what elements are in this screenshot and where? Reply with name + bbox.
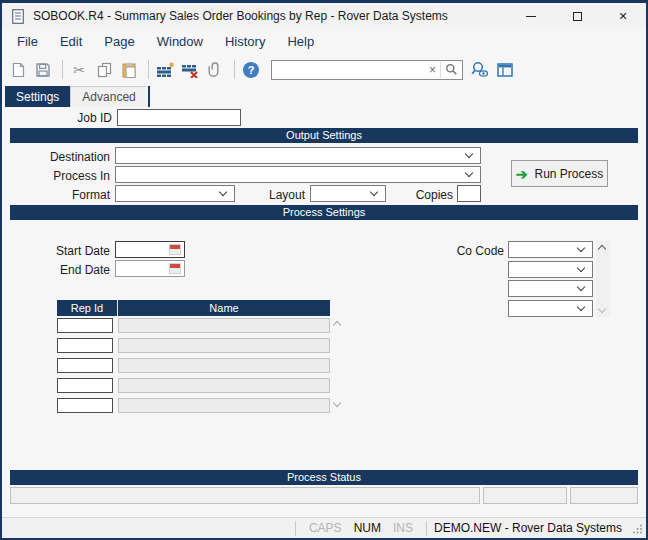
scroll-up-icon[interactable] [598, 245, 606, 253]
copies-input[interactable] [458, 186, 480, 201]
close-button[interactable]: × [600, 3, 646, 29]
menu-edit[interactable]: Edit [49, 29, 93, 55]
calendar-icon[interactable] [169, 244, 181, 255]
chevron-down-icon [465, 150, 473, 158]
menu-bar: File Edit Page Window History Help [2, 29, 646, 55]
toolbar-separator [234, 60, 235, 79]
toolbar-separator [62, 60, 63, 79]
co-code-label: Co Code [404, 244, 504, 258]
close-icon: × [619, 9, 627, 23]
menu-page[interactable]: Page [93, 29, 145, 55]
app-icon [12, 9, 24, 24]
co-code-select-3[interactable] [508, 280, 593, 297]
insert-row-icon [156, 62, 174, 78]
maximize-icon [573, 12, 582, 21]
rep-id-column-header: Rep Id [57, 300, 117, 316]
minimize-icon [526, 16, 536, 17]
clear-search-icon[interactable]: × [425, 64, 440, 76]
app-window: SOBOOK.R4 - Summary Sales Order Bookings… [0, 0, 648, 540]
new-document-icon [11, 62, 26, 78]
rep-id-input[interactable] [58, 360, 112, 373]
run-arrow-icon: ➔ [516, 167, 528, 181]
maximize-button[interactable] [554, 3, 600, 29]
table-scroll-down-icon[interactable] [333, 399, 341, 407]
rep-id-input[interactable] [58, 340, 112, 353]
window-title: SOBOOK.R4 - Summary Sales Order Bookings… [33, 9, 448, 23]
status-separator [426, 521, 427, 536]
table-row [57, 378, 330, 393]
tab-edge-bar [148, 86, 150, 107]
insert-row-button[interactable] [154, 59, 176, 81]
caps-indicator: CAPS [309, 521, 342, 535]
rep-id-field [57, 318, 113, 333]
process-status-header: Process Status [10, 470, 638, 485]
window-border-left [0, 0, 2, 540]
end-date-label: End Date [10, 263, 110, 277]
num-indicator: NUM [354, 521, 381, 535]
chevron-down-icon [577, 283, 585, 291]
process-status-field [10, 487, 480, 504]
resize-grip[interactable] [632, 523, 643, 534]
search-input[interactable] [272, 62, 425, 78]
destination-select[interactable] [115, 147, 481, 164]
copies-label: Copies [353, 188, 453, 202]
attachment-button[interactable] [204, 59, 226, 81]
rep-id-input[interactable] [58, 320, 112, 333]
minimize-button[interactable] [508, 3, 554, 29]
copy-button[interactable] [93, 59, 115, 81]
cut-icon: ✂ [73, 62, 85, 78]
preview-button[interactable] [469, 59, 491, 81]
rep-id-input[interactable] [58, 400, 112, 413]
menu-help[interactable]: Help [276, 29, 325, 55]
rep-id-field [57, 338, 113, 353]
copies-field [457, 185, 481, 202]
co-code-scrollbar[interactable] [596, 241, 610, 317]
search-icon[interactable] [440, 62, 462, 78]
help-icon: ? [243, 62, 259, 78]
save-button[interactable] [32, 59, 54, 81]
run-process-button[interactable]: ➔ Run Process [511, 160, 608, 187]
tab-advanced[interactable]: Advanced [70, 86, 146, 107]
cut-button[interactable]: ✂ [68, 59, 90, 81]
rep-table-body [57, 318, 330, 418]
rep-name-field [118, 358, 330, 373]
save-icon [35, 62, 51, 78]
search-box: × [271, 60, 463, 80]
status-separator [295, 521, 296, 536]
job-id-input[interactable] [118, 110, 240, 125]
menu-window[interactable]: Window [146, 29, 214, 55]
name-column-header: Name [117, 300, 330, 316]
help-button[interactable]: ? [240, 59, 262, 81]
menu-file[interactable]: File [6, 29, 49, 55]
rep-id-field [57, 378, 113, 393]
chevron-down-icon [577, 303, 585, 311]
co-code-select-1[interactable] [508, 241, 593, 258]
table-row [57, 318, 330, 333]
paste-button[interactable] [118, 59, 140, 81]
co-code-select-2[interactable] [508, 261, 593, 278]
rep-id-input[interactable] [58, 380, 112, 393]
paste-icon [122, 62, 136, 78]
menu-history[interactable]: History [214, 29, 276, 55]
calendar-icon[interactable] [169, 263, 181, 274]
new-document-button[interactable] [7, 59, 29, 81]
layout-label: Layout [205, 188, 305, 202]
tab-bar: Settings Advanced [5, 86, 150, 107]
start-date-field [115, 241, 185, 258]
window-border-top [0, 0, 648, 3]
chevron-down-icon [465, 169, 473, 177]
paperclip-icon [207, 61, 223, 78]
delete-row-icon [181, 62, 199, 78]
scroll-down-icon[interactable] [598, 305, 606, 313]
run-process-label: Run Process [535, 167, 604, 181]
toolbar: ✂ ? × [2, 55, 646, 84]
delete-row-button[interactable] [179, 59, 201, 81]
rep-table-header: Rep Id Name [57, 300, 330, 316]
tab-settings[interactable]: Settings [5, 86, 70, 107]
process-in-select[interactable] [115, 166, 481, 183]
layout-view-button[interactable] [494, 59, 516, 81]
window-controls: × [508, 3, 646, 29]
co-code-select-4[interactable] [508, 300, 593, 317]
table-scroll-up-icon[interactable] [333, 321, 341, 329]
preview-icon [471, 61, 489, 78]
